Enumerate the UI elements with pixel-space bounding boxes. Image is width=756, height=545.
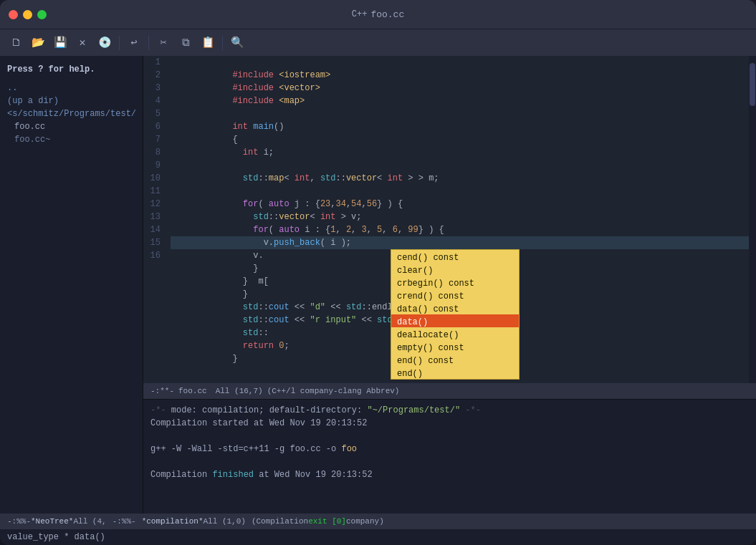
editor-status-bar: -:**- foo.cc All (16,7) (C++/l company-c… — [143, 383, 756, 399]
bottom-panel: -*- mode: compilation; default-directory… — [143, 399, 756, 513]
autocomplete-item-cend[interactable]: cend() const — [391, 250, 519, 263]
cut-button[interactable]: ✂ — [153, 33, 173, 53]
editor-area: 1 2 3 4 5 6 7 8 9 10 11 12 13 14 15 16 — [143, 56, 756, 513]
bottom-exit-label: exit [0] — [308, 517, 346, 526]
paste-button[interactable]: 📋 — [198, 33, 218, 53]
toolbar: 🗋 📂 💾 ✕ 💿 ↩ ✂ ⧉ 📋 🔍 — [0, 29, 756, 56]
autocomplete-item-end[interactable]: end() — [391, 366, 519, 379]
undo-button[interactable]: ↩ — [124, 33, 144, 53]
save-disk-button[interactable]: 💿 — [95, 33, 115, 53]
code-line-7: int i; — [171, 133, 749, 146]
code-line-1: #include <iostream> — [171, 56, 749, 69]
sidebar-item-up[interactable]: .. — [0, 82, 143, 95]
autocomplete-item-data[interactable]: data() — [391, 314, 519, 327]
copy-button[interactable]: ⧉ — [176, 33, 196, 53]
bottom-sep: -:%%- — [113, 517, 136, 526]
code-content[interactable]: #include <iostream> #include <vector> #i… — [165, 56, 749, 383]
sidebar-item-updir-label[interactable]: (up a dir) — [0, 95, 143, 107]
line-numbers: 1 2 3 4 5 6 7 8 9 10 11 12 13 14 15 16 — [143, 56, 165, 383]
autocomplete-item-crend[interactable]: crend() const — [391, 289, 519, 302]
sidebar: Press ? for help. .. (up a dir) <s/schmi… — [0, 56, 143, 513]
autocomplete-item-empty[interactable]: empty() const — [391, 340, 519, 353]
comp-mode-line: -*- mode: compilation; default-directory… — [150, 404, 749, 417]
autocomplete-item-crbegin[interactable]: crbegin() const — [391, 276, 519, 289]
save-button[interactable]: 💾 — [50, 33, 70, 53]
autocomplete-item-deallocate[interactable]: deallocate() — [391, 327, 519, 340]
autocomplete-item-data-const[interactable]: data() const — [391, 302, 519, 314]
status-filename: foo.cc — [178, 387, 207, 395]
status-position: All (16,7) — [216, 387, 263, 395]
code-editor[interactable]: 1 2 3 4 5 6 7 8 9 10 11 12 13 14 15 16 — [143, 56, 756, 383]
code-line-9: std::map< int, std::vector< int > > m; — [171, 159, 749, 172]
new-file-button[interactable]: 🗋 — [6, 33, 26, 53]
compilation-output: -*- mode: compilation; default-directory… — [143, 400, 756, 513]
search-button[interactable]: 🔍 — [227, 33, 247, 53]
bottom-neotree-pos: All (4, — [73, 517, 106, 526]
comp-started: Compilation started at Wed Nov 19 20:13:… — [150, 417, 749, 430]
maximize-button[interactable] — [37, 10, 47, 19]
titlebar: C++ foo.cc — [0, 0, 756, 29]
scrollbar-thumb[interactable] — [750, 63, 755, 106]
sidebar-item-foocc[interactable]: foo.cc — [0, 120, 143, 133]
comp-command: g++ -W -Wall -std=c++11 -g foo.cc -o foo — [150, 443, 749, 455]
hint-text: value_type * data() — [7, 532, 105, 542]
sidebar-item-foocc-backup[interactable]: foo.cc~ — [0, 133, 143, 146]
bottom-compilation-pos: All (1,0) — [204, 517, 246, 526]
close-button[interactable] — [9, 10, 18, 19]
cpp-icon: C++ — [352, 9, 368, 19]
bottom-status-left: -:%%- — [7, 517, 31, 526]
bottom-compilation-label: *compilation* — [142, 517, 204, 526]
status-mode: -:**- — [150, 387, 174, 395]
bottom-neotree-label: *NeoTree* — [31, 517, 73, 526]
autocomplete-item-clear[interactable]: clear() — [391, 263, 519, 276]
code-line-5: int main() — [171, 107, 749, 120]
bottom-statusbar: -:%%- *NeoTree* All (4, -:%%- *compilati… — [0, 513, 756, 529]
autocomplete-item-end-const[interactable]: end() const — [391, 353, 519, 366]
open-file-button[interactable]: 📂 — [28, 33, 48, 53]
code-line-11: for( auto j : {23,34,54,56} ) { — [171, 185, 749, 198]
bottom-right-info: (Compilation — [252, 517, 308, 526]
toolbar-separator-3 — [222, 36, 223, 50]
minimize-button[interactable] — [23, 10, 32, 19]
main-area: Press ? for help. .. (up a dir) <s/schmi… — [0, 56, 756, 513]
toolbar-separator-2 — [148, 36, 149, 50]
comp-empty-2 — [150, 455, 749, 468]
bottom-hint-bar: value_type * data() — [0, 529, 756, 545]
sidebar-help: Press ? for help. — [0, 62, 143, 82]
toolbar-separator-1 — [119, 36, 120, 50]
main-window: C++ foo.cc 🗋 📂 💾 ✕ 💿 ↩ ✂ ⧉ 📋 🔍 Press ? f… — [0, 0, 756, 545]
comp-finished: Compilation finished at Wed Nov 19 20:13… — [150, 468, 749, 481]
status-lang: (C++/l company-clang Abbrev) — [267, 387, 400, 395]
traffic-lights — [9, 10, 47, 19]
autocomplete-dropdown[interactable]: cend() const clear() crbegin() const cre… — [391, 249, 520, 380]
scrollbar[interactable] — [749, 56, 756, 383]
sidebar-item-dir[interactable]: <s/schmitz/Programs/test/ — [0, 107, 143, 120]
window-title: C++ foo.cc — [352, 9, 404, 20]
comp-empty-1 — [150, 430, 749, 443]
bottom-company-label: company) — [346, 517, 384, 526]
title-text: foo.cc — [370, 9, 404, 20]
close-file-button[interactable]: ✕ — [72, 33, 92, 53]
